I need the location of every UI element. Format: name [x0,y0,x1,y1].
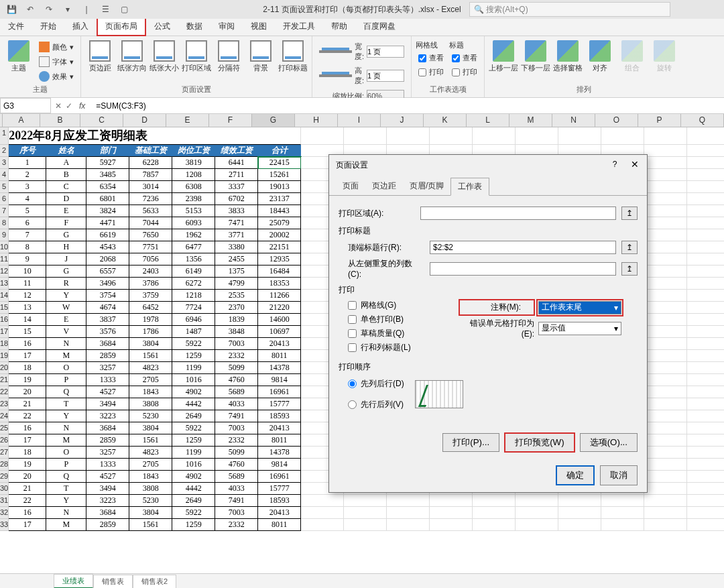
theme-colors[interactable]: 颜色▾ [36,40,76,54]
row-header-20[interactable]: 20 [0,362,9,374]
cell[interactable]: T [46,483,86,495]
cell[interactable]: 2711 [215,169,258,181]
cell[interactable] [644,326,687,338]
redo-icon[interactable]: ↷ [42,2,56,17]
cell[interactable]: 17 [9,434,46,447]
row-header-24[interactable]: 24 [0,410,9,422]
cell[interactable]: 19 [9,459,46,471]
row-header-31[interactable]: 31 [0,495,9,507]
cell[interactable]: 8011 [258,434,301,447]
cell[interactable] [644,459,687,471]
enter-formula-icon[interactable]: ✓ [66,101,72,111]
gridlines-view-checkbox[interactable] [418,54,426,62]
cell[interactable]: Y [46,290,86,302]
cell[interactable] [687,459,724,471]
cell[interactable]: 1199 [172,362,215,374]
col-header-Q[interactable]: Q [681,114,724,127]
cell[interactable] [644,205,687,217]
cell[interactable]: 1561 [129,519,172,531]
cell[interactable]: H [46,241,86,253]
cell[interactable] [558,519,601,531]
qat-more-icon[interactable]: ▾ [60,2,75,17]
cell[interactable]: 4674 [86,302,129,314]
cell[interactable] [601,507,644,519]
row-header-33[interactable]: 33 [0,519,9,531]
cell[interactable]: 3804 [129,338,172,350]
cell[interactable]: 4033 [215,398,258,410]
fx-icon[interactable]: fx [76,101,88,111]
cell[interactable]: 3496 [86,278,129,290]
cell[interactable]: 5153 [172,205,215,217]
cell[interactable]: 8011 [258,519,301,531]
cell[interactable]: 3771 [215,229,258,241]
cell[interactable]: 22151 [258,241,301,253]
cell[interactable]: 3819 [172,157,215,169]
cell[interactable]: P [46,374,86,386]
col-header-H[interactable]: H [295,114,338,127]
cell[interactable]: 4760 [215,374,258,386]
cell[interactable]: 15777 [258,398,301,410]
size-button[interactable]: 纸张大小 [149,38,179,73]
print-button[interactable]: 打印(P)... [442,433,499,452]
col-header-G[interactable]: G [252,114,295,127]
cell[interactable]: 2370 [215,302,258,314]
errors-select[interactable]: 显示值▾ [538,322,621,335]
cell[interactable]: 1786 [129,326,172,338]
cell[interactable]: 7471 [215,217,258,229]
cell[interactable]: 14378 [258,362,301,374]
cell[interactable]: 3837 [86,314,129,326]
cell[interactable]: 3824 [86,205,129,217]
cell[interactable]: C [46,181,86,193]
cell[interactable]: 15261 [258,169,301,181]
cell[interactable]: 20413 [258,507,301,519]
cell[interactable] [687,266,724,278]
cell[interactable]: 6272 [172,278,215,290]
name-box[interactable] [0,98,51,113]
col-header-B[interactable]: B [40,114,80,127]
align-button[interactable]: 对齐 [585,38,615,73]
print-area-picker-icon[interactable]: ↥ [621,207,638,220]
scale-height[interactable] [367,70,404,82]
cell[interactable]: 1259 [172,350,215,362]
row-header-15[interactable]: 15 [0,302,9,314]
cell[interactable]: 20413 [258,422,301,434]
cell[interactable]: 1839 [215,314,258,326]
headings-print-checkbox[interactable] [452,68,460,76]
cell[interactable]: 20 [9,471,46,483]
cancel-button[interactable]: 取消 [600,465,638,485]
rowcol-headings-checkbox[interactable] [348,343,357,352]
cell[interactable]: 2649 [172,495,215,507]
cell[interactable]: 18593 [258,495,301,507]
cell[interactable] [687,350,724,362]
cell[interactable]: 1375 [215,266,258,278]
cell[interactable]: 4 [9,193,46,205]
cell[interactable]: O [46,362,86,374]
cell[interactable] [601,519,644,531]
col-header-M[interactable]: M [509,114,552,127]
cell[interactable] [644,471,687,483]
cell[interactable] [344,519,387,531]
cell[interactable]: V [46,326,86,338]
row-header-21[interactable]: 21 [0,374,9,386]
cell[interactable]: 16961 [258,386,301,398]
cancel-formula-icon[interactable]: ✕ [55,101,62,111]
cell[interactable] [344,495,387,507]
cell[interactable]: G [46,229,86,241]
cell[interactable] [687,193,724,205]
cell[interactable]: G [46,266,86,278]
cell[interactable] [387,507,430,519]
cell[interactable]: 19013 [258,181,301,193]
options-button[interactable]: 选项(O)... [580,433,638,452]
cell[interactable]: 3833 [215,205,258,217]
row-header-29[interactable]: 29 [0,471,9,483]
cell[interactable]: R [46,278,86,290]
cell[interactable]: 5230 [129,495,172,507]
cell[interactable] [644,278,687,290]
col-header-L[interactable]: L [467,114,509,127]
cell[interactable]: 6441 [215,157,258,169]
row-header-32[interactable]: 32 [0,507,9,519]
cell[interactable]: 7 [9,229,46,241]
breaks-button[interactable]: 分隔符 [214,38,243,73]
cell[interactable]: 22 [9,410,46,422]
menu-tab-3[interactable]: 页面布局 [97,17,146,36]
